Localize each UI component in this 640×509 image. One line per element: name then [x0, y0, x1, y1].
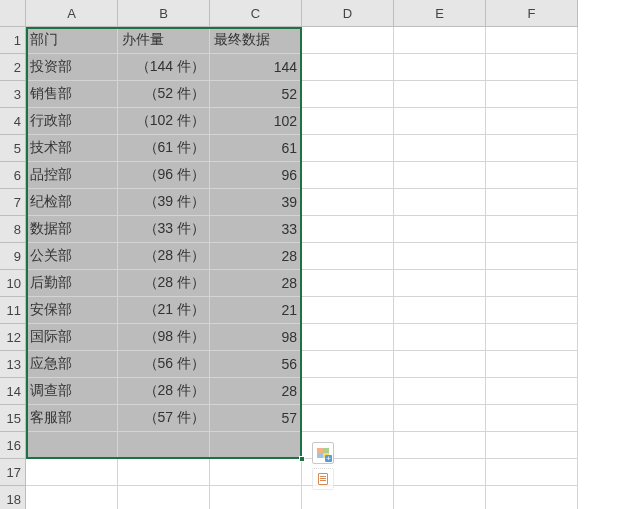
row-header-6[interactable]: 6 — [0, 162, 26, 189]
row-header-4[interactable]: 4 — [0, 108, 26, 135]
cell-D11[interactable] — [302, 297, 394, 324]
cell-A2[interactable]: 投资部 — [26, 54, 118, 81]
cell-E17[interactable] — [394, 459, 486, 486]
cell-F5[interactable] — [486, 135, 578, 162]
cell-E12[interactable] — [394, 324, 486, 351]
cell-D1[interactable] — [302, 27, 394, 54]
cell-C6[interactable]: 96 — [210, 162, 302, 189]
cell-C8[interactable]: 33 — [210, 216, 302, 243]
row-header-12[interactable]: 12 — [0, 324, 26, 351]
cell-C11[interactable]: 21 — [210, 297, 302, 324]
cell-A16[interactable] — [26, 432, 118, 459]
cell-C18[interactable] — [210, 486, 302, 509]
cell-D13[interactable] — [302, 351, 394, 378]
cell-F17[interactable] — [486, 459, 578, 486]
cell-B16[interactable] — [118, 432, 210, 459]
cell-C12[interactable]: 98 — [210, 324, 302, 351]
cell-E6[interactable] — [394, 162, 486, 189]
cell-F16[interactable] — [486, 432, 578, 459]
cell-E5[interactable] — [394, 135, 486, 162]
cell-F10[interactable] — [486, 270, 578, 297]
cell-A15[interactable]: 客服部 — [26, 405, 118, 432]
cell-B15[interactable]: （57 件） — [118, 405, 210, 432]
cell-E13[interactable] — [394, 351, 486, 378]
cell-C4[interactable]: 102 — [210, 108, 302, 135]
cell-D2[interactable] — [302, 54, 394, 81]
cell-F13[interactable] — [486, 351, 578, 378]
cell-D12[interactable] — [302, 324, 394, 351]
cell-F4[interactable] — [486, 108, 578, 135]
row-header-15[interactable]: 15 — [0, 405, 26, 432]
quick-analysis-button[interactable]: + — [312, 442, 334, 464]
cell-E4[interactable] — [394, 108, 486, 135]
col-header-D[interactable]: D — [302, 0, 394, 27]
cell-B13[interactable]: （56 件） — [118, 351, 210, 378]
cell-F3[interactable] — [486, 81, 578, 108]
row-header-16[interactable]: 16 — [0, 432, 26, 459]
cell-D8[interactable] — [302, 216, 394, 243]
row-header-2[interactable]: 2 — [0, 54, 26, 81]
cell-F2[interactable] — [486, 54, 578, 81]
row-header-14[interactable]: 14 — [0, 378, 26, 405]
cell-D9[interactable] — [302, 243, 394, 270]
cell-B10[interactable]: （28 件） — [118, 270, 210, 297]
cell-B4[interactable]: （102 件） — [118, 108, 210, 135]
cell-A9[interactable]: 公关部 — [26, 243, 118, 270]
cell-C2[interactable]: 144 — [210, 54, 302, 81]
cell-D5[interactable] — [302, 135, 394, 162]
cell-F9[interactable] — [486, 243, 578, 270]
cell-A18[interactable] — [26, 486, 118, 509]
cell-D10[interactable] — [302, 270, 394, 297]
cell-F18[interactable] — [486, 486, 578, 509]
cell-B11[interactable]: （21 件） — [118, 297, 210, 324]
col-header-B[interactable]: B — [118, 0, 210, 27]
spreadsheet-grid[interactable]: ABCDEF1部门办件量最终数据2投资部（144 件）1443销售部（52 件）… — [0, 0, 640, 509]
cell-F12[interactable] — [486, 324, 578, 351]
cell-D15[interactable] — [302, 405, 394, 432]
cell-F8[interactable] — [486, 216, 578, 243]
cell-B8[interactable]: （33 件） — [118, 216, 210, 243]
cell-A12[interactable]: 国际部 — [26, 324, 118, 351]
row-header-5[interactable]: 5 — [0, 135, 26, 162]
cell-C1[interactable]: 最终数据 — [210, 27, 302, 54]
cell-E11[interactable] — [394, 297, 486, 324]
col-header-F[interactable]: F — [486, 0, 578, 27]
cell-C3[interactable]: 52 — [210, 81, 302, 108]
cell-A11[interactable]: 安保部 — [26, 297, 118, 324]
cell-C17[interactable] — [210, 459, 302, 486]
row-header-13[interactable]: 13 — [0, 351, 26, 378]
cell-B17[interactable] — [118, 459, 210, 486]
cell-F14[interactable] — [486, 378, 578, 405]
cell-B2[interactable]: （144 件） — [118, 54, 210, 81]
cell-A4[interactable]: 行政部 — [26, 108, 118, 135]
cell-B18[interactable] — [118, 486, 210, 509]
cell-E3[interactable] — [394, 81, 486, 108]
cell-B6[interactable]: （96 件） — [118, 162, 210, 189]
cell-C9[interactable]: 28 — [210, 243, 302, 270]
row-header-11[interactable]: 11 — [0, 297, 26, 324]
cell-B14[interactable]: （28 件） — [118, 378, 210, 405]
cell-E8[interactable] — [394, 216, 486, 243]
row-header-9[interactable]: 9 — [0, 243, 26, 270]
cell-A17[interactable] — [26, 459, 118, 486]
cell-A5[interactable]: 技术部 — [26, 135, 118, 162]
cell-D7[interactable] — [302, 189, 394, 216]
cell-F11[interactable] — [486, 297, 578, 324]
cell-D3[interactable] — [302, 81, 394, 108]
row-header-7[interactable]: 7 — [0, 189, 26, 216]
cell-E18[interactable] — [394, 486, 486, 509]
select-all-corner[interactable] — [0, 0, 26, 27]
row-header-18[interactable]: 18 — [0, 486, 26, 509]
col-header-A[interactable]: A — [26, 0, 118, 27]
cell-D14[interactable] — [302, 378, 394, 405]
cell-D6[interactable] — [302, 162, 394, 189]
cell-E10[interactable] — [394, 270, 486, 297]
cell-A6[interactable]: 品控部 — [26, 162, 118, 189]
cell-F15[interactable] — [486, 405, 578, 432]
col-header-C[interactable]: C — [210, 0, 302, 27]
cell-E1[interactable] — [394, 27, 486, 54]
cell-A8[interactable]: 数据部 — [26, 216, 118, 243]
cell-A3[interactable]: 销售部 — [26, 81, 118, 108]
cell-E15[interactable] — [394, 405, 486, 432]
col-header-E[interactable]: E — [394, 0, 486, 27]
